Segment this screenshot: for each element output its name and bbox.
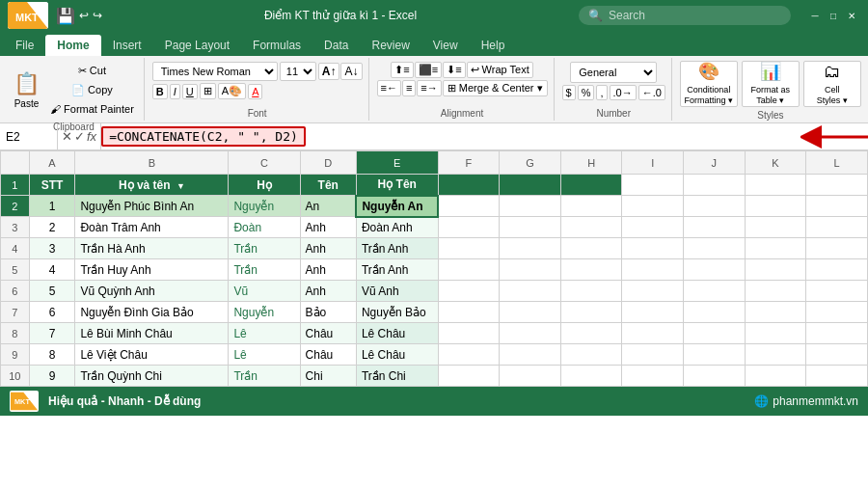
empty-cell-7-5[interactable] xyxy=(745,302,806,323)
decrease-decimal-button[interactable]: ←.0 xyxy=(638,85,665,100)
tab-help[interactable]: Help xyxy=(470,35,517,56)
empty-cell-4-6[interactable] xyxy=(806,238,868,259)
font-size-select[interactable]: 11 xyxy=(280,62,316,81)
wrap-text-button[interactable]: ↩ Wrap Text xyxy=(467,62,533,78)
cell-ho-ten-4[interactable]: Trần Anh xyxy=(356,238,438,259)
empty-cell-9-2[interactable] xyxy=(560,344,622,366)
cell-ho-ten-10[interactable]: Trần Chi xyxy=(356,366,438,387)
col-header-a[interactable]: A xyxy=(29,151,75,175)
cell-ho-4[interactable]: Trần xyxy=(229,238,300,259)
cell-styles-button[interactable]: 🗂 CellStyles ▾ xyxy=(803,61,861,107)
cut-button[interactable]: ✂ Cut xyxy=(46,62,138,79)
empty-cell-7-1[interactable] xyxy=(500,302,561,323)
col-header-k[interactable]: K xyxy=(745,151,806,175)
cell-stt-2[interactable]: 1 xyxy=(29,196,75,217)
align-middle-button[interactable]: ⬛≡ xyxy=(415,62,442,78)
cell-ho-ten-2[interactable]: Nguyễn An xyxy=(356,196,438,217)
paste-button[interactable]: 📋 Paste xyxy=(10,66,43,114)
cell-ho-ten-3[interactable]: Đoàn Anh xyxy=(356,217,438,238)
col-header-b[interactable]: B xyxy=(75,151,229,175)
empty-cell-10-6[interactable] xyxy=(806,366,868,387)
empty-cell-5-4[interactable] xyxy=(684,259,746,281)
empty-cell-8-3[interactable] xyxy=(622,323,684,344)
cell-ho-va-ten-5[interactable]: Trần Huy Anh xyxy=(75,259,229,281)
empty-cell-2-3[interactable] xyxy=(622,196,684,217)
empty-cell-10-0[interactable] xyxy=(438,366,500,387)
empty-cell-3-2[interactable] xyxy=(560,217,622,238)
col-header-i[interactable]: I xyxy=(622,151,684,175)
empty-cell-8-4[interactable] xyxy=(684,323,746,344)
font-name-select[interactable]: Times New Roman xyxy=(152,62,278,81)
cell-ten-3[interactable]: Anh xyxy=(300,217,356,238)
empty-cell-2-4[interactable] xyxy=(684,196,746,217)
cell-stt-9[interactable]: 8 xyxy=(29,344,75,366)
cell-ho-va-ten-3[interactable]: Đoàn Trâm Anh xyxy=(75,217,229,238)
confirm-formula-icon[interactable]: ✓ xyxy=(74,129,85,144)
cell-ho-ten-7[interactable]: Nguyễn Bảo xyxy=(356,302,438,323)
cancel-formula-icon[interactable]: ✕ xyxy=(62,129,72,144)
merge-center-button[interactable]: ⊞ Merge & Center ▾ xyxy=(443,80,548,96)
search-box[interactable]: 🔍 Search xyxy=(579,6,791,25)
cell-ten-6[interactable]: Anh xyxy=(300,281,356,302)
empty-cell-4-1[interactable] xyxy=(500,238,561,259)
close-button[interactable]: ✕ xyxy=(843,7,860,24)
empty-cell-7-6[interactable] xyxy=(806,302,868,323)
formula-highlight[interactable]: =CONCATENATE(C2, " ", D2) xyxy=(101,126,306,147)
increase-decimal-button[interactable]: .0→ xyxy=(610,85,637,100)
cell-ho-10[interactable]: Trần xyxy=(229,366,300,387)
cell-ho-va-ten-4[interactable]: Trần Hà Anh xyxy=(75,238,229,259)
cell-ho-va-ten-7[interactable]: Nguyễn Đình Gia Bảo xyxy=(75,302,229,323)
cell-stt-3[interactable]: 2 xyxy=(29,217,75,238)
maximize-button[interactable]: □ xyxy=(825,7,842,24)
cell-ten-10[interactable]: Chi xyxy=(300,366,356,387)
align-bottom-button[interactable]: ⬇≡ xyxy=(443,62,465,78)
col-header-d[interactable]: D xyxy=(300,151,356,175)
comma-button[interactable]: , xyxy=(596,85,607,100)
cell-ho-2[interactable]: Nguyễn xyxy=(229,196,300,217)
col-header-l[interactable]: L xyxy=(806,151,868,175)
empty-cell-3-3[interactable] xyxy=(622,217,684,238)
tab-view[interactable]: View xyxy=(421,35,470,56)
align-left-button[interactable]: ≡← xyxy=(377,80,401,96)
cell-ten-2[interactable]: An xyxy=(300,196,356,217)
empty-cell-6-4[interactable] xyxy=(684,281,746,302)
empty-cell-9-6[interactable] xyxy=(806,344,868,366)
undo-icon[interactable]: ↩ xyxy=(79,9,89,22)
cell-stt-4[interactable]: 3 xyxy=(29,238,75,259)
empty-cell-10-1[interactable] xyxy=(500,366,561,387)
increase-font-button[interactable]: A↑ xyxy=(318,63,340,80)
col-header-g[interactable]: G xyxy=(500,151,561,175)
empty-cell-3-6[interactable] xyxy=(806,217,868,238)
empty-cell-4-4[interactable] xyxy=(684,238,746,259)
empty-cell-7-2[interactable] xyxy=(560,302,622,323)
cell-reference-box[interactable]: E2 xyxy=(0,123,58,149)
empty-cell-9-5[interactable] xyxy=(745,344,806,366)
header-ho[interactable]: Họ xyxy=(229,175,300,196)
format-as-table-button[interactable]: 📊 Format asTable ▾ xyxy=(742,61,800,107)
cell-ho-6[interactable]: Vũ xyxy=(229,281,300,302)
empty-cell-6-5[interactable] xyxy=(745,281,806,302)
function-icon[interactable]: fx xyxy=(87,129,96,144)
save-icon[interactable]: 💾 xyxy=(56,7,75,25)
tab-formulas[interactable]: Formulas xyxy=(241,35,312,56)
empty-cell-7-0[interactable] xyxy=(438,302,500,323)
empty-cell-5-5[interactable] xyxy=(745,259,806,281)
filter-dropdown-icon[interactable]: ▼ xyxy=(176,181,185,191)
cell-stt-8[interactable]: 7 xyxy=(29,323,75,344)
empty-cell-3-0[interactable] xyxy=(438,217,500,238)
cell-ho-ten-5[interactable]: Trần Anh xyxy=(356,259,438,281)
cell-ho-7[interactable]: Nguyễn xyxy=(229,302,300,323)
decrease-font-button[interactable]: A↓ xyxy=(340,63,362,80)
cell-ho-va-ten-10[interactable]: Trần Quỳnh Chi xyxy=(75,366,229,387)
cell-ho-9[interactable]: Lê xyxy=(229,344,300,366)
cell-ten-7[interactable]: Bảo xyxy=(300,302,356,323)
empty-cell-9-4[interactable] xyxy=(684,344,746,366)
align-center-button[interactable]: ≡ xyxy=(402,80,416,96)
cell-stt-6[interactable]: 5 xyxy=(29,281,75,302)
empty-cell-2-1[interactable] xyxy=(500,196,561,217)
cell-ho-va-ten-2[interactable]: Nguyễn Phúc Bình An xyxy=(75,196,229,217)
header-ten[interactable]: Tên xyxy=(300,175,356,196)
empty-cell-6-1[interactable] xyxy=(500,281,561,302)
italic-button[interactable]: I xyxy=(170,84,180,99)
col-header-e[interactable]: E xyxy=(356,151,438,175)
